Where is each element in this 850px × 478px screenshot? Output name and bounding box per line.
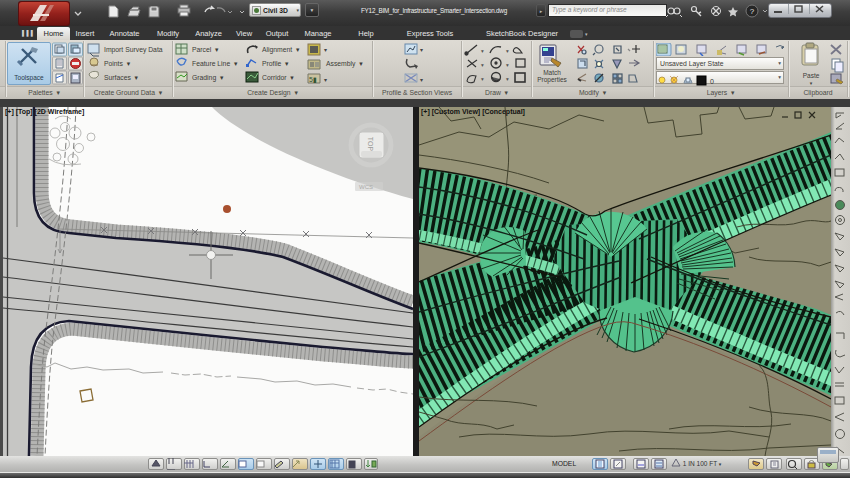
svg-text:▾: ▾ xyxy=(481,48,484,54)
svg-text:▾: ▾ xyxy=(324,77,327,83)
svg-text:0: 0 xyxy=(710,78,714,85)
svg-text:WCS: WCS xyxy=(359,184,373,190)
svg-text:▾: ▾ xyxy=(324,47,327,53)
svg-text:▾: ▾ xyxy=(481,76,484,82)
svg-text:TOP: TOP xyxy=(367,137,374,152)
svg-text:?: ? xyxy=(750,7,755,16)
svg-text:▾: ▾ xyxy=(506,76,509,82)
svg-text:▾: ▾ xyxy=(420,47,423,53)
svg-text:▾: ▾ xyxy=(420,77,423,83)
svg-text:▾: ▾ xyxy=(481,62,484,68)
svg-text:▾: ▾ xyxy=(506,62,509,68)
svg-text:5▮: 5▮ xyxy=(309,76,317,83)
svg-text:▾: ▾ xyxy=(506,48,509,54)
